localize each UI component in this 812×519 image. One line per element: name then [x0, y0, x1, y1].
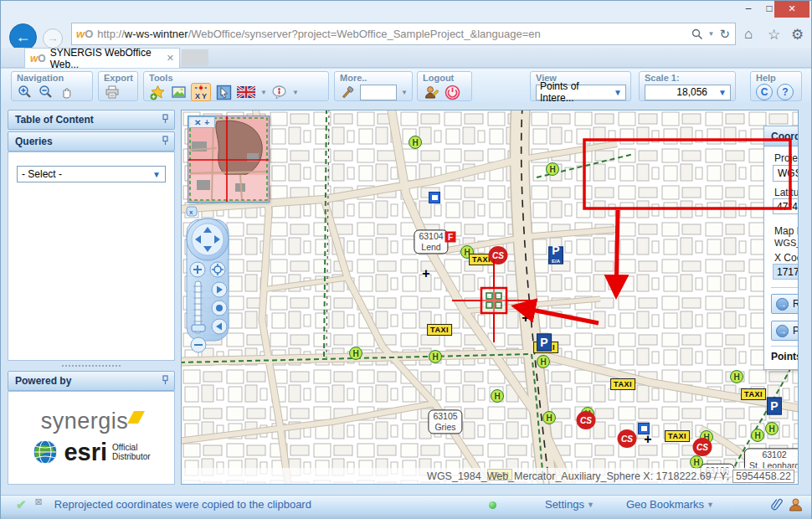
geo-bookmarks-menu[interactable]: Geo Bookmarks▼ — [626, 498, 714, 511]
help-button[interactable]: ? — [777, 84, 794, 100]
map-marker-cs: CS — [693, 438, 712, 456]
more-tools-select[interactable] — [360, 85, 397, 100]
pointsnap-section: Pointsnap » — [764, 346, 799, 367]
annotation-target-crosshair — [452, 259, 536, 342]
projection-select[interactable]: WGS 84 ▼ — [773, 165, 799, 182]
group-label-help: Help — [756, 73, 797, 84]
powered-by-title: Powered by — [15, 375, 71, 387]
map-marker-museum — [429, 192, 440, 203]
user-profile-icon[interactable] — [423, 84, 439, 100]
sidebar: Table of Content Queries - Select - ▼ Po… — [8, 110, 175, 485]
latitude-label: Latitude — [774, 187, 799, 198]
query-select[interactable]: - Select - ▼ — [17, 166, 166, 182]
more-dropdown-caret[interactable]: ▼ — [401, 89, 408, 96]
query-dropdown-icon[interactable]: ▼ — [149, 170, 161, 179]
map-marker-bus: H — [751, 429, 764, 442]
reproject-button[interactable]: → Reproject — [771, 294, 799, 314]
search-icon[interactable] — [691, 28, 703, 40]
map-marker-bus: H — [546, 162, 559, 176]
view-select[interactable]: Points of Intere... ▼ — [536, 85, 626, 100]
print-icon[interactable] — [104, 84, 121, 100]
favorites-star-icon[interactable]: ☆ — [768, 26, 780, 44]
overview-controls: ✕ + — [188, 116, 215, 128]
window-bottom-edge — [1, 513, 811, 519]
district-label: 63105Gries — [428, 409, 462, 434]
arrow-right-icon: → — [776, 325, 789, 337]
copy-map-image-icon[interactable] — [170, 84, 187, 100]
url-bar[interactable]: wO http://w-ws-wintner/WebOffice/synserv… — [71, 23, 736, 45]
forward-button[interactable]: → — [43, 28, 63, 49]
pan-to-button[interactable]: → Pan to — [771, 321, 799, 341]
browser-navbar: ← → wO http://w-ws-wintner/WebOffice/syn… — [1, 19, 811, 48]
map-marker-parking: P — [537, 334, 552, 352]
map-viewport[interactable]: HHHHHHHHHHHHHHTAXITAXITAXITAXITAXITAXITA… — [181, 110, 799, 485]
map-navigation-widget[interactable]: x — [185, 206, 234, 357]
map-marker-cross: + — [422, 266, 429, 281]
toolbar-group-logout: Logout — [417, 71, 472, 101]
attachment-paperclip-icon[interactable] — [771, 497, 784, 511]
overview-close-icon[interactable]: ✕ — [194, 118, 201, 127]
new-tab-button[interactable] — [182, 49, 208, 66]
view-dropdown-icon[interactable]: ▼ — [610, 88, 622, 97]
tab-close-icon[interactable]: ✕ — [167, 53, 174, 64]
map-projection-label: Map Projection: — [774, 225, 799, 237]
coordinate-search-panel: Coordinate Search – ✕ Projection WGS 84 … — [763, 126, 799, 370]
language-uk-flag-icon[interactable] — [236, 84, 256, 100]
language-dropdown-caret[interactable]: ▼ — [260, 89, 267, 96]
panel-header-powered-by[interactable]: Powered by — [8, 371, 175, 391]
map-marker-fire: F — [445, 232, 456, 243]
tab-synergis-weboffice[interactable]: wO SYNERGIS WebOffice Web... ✕ — [24, 48, 180, 68]
add-favorite-star-icon[interactable] — [149, 84, 166, 100]
app-statusbar: ✔ ⊠ Reprojected coordinates were copied … — [1, 495, 811, 513]
select-tool-icon[interactable] — [215, 84, 232, 100]
queries-title: Queries — [15, 136, 53, 147]
settings-gear-icon[interactable]: ⚙ — [791, 26, 804, 44]
dismiss-message-icon[interactable]: ⊠ — [35, 496, 43, 507]
settings-menu[interactable]: Settings▼ — [545, 498, 594, 511]
overview-move-icon[interactable]: + — [204, 118, 209, 127]
latitude-input[interactable] — [773, 198, 799, 214]
url-prefix: http:// — [97, 28, 125, 40]
map-marker-bus: H — [429, 350, 442, 363]
zoom-in-icon[interactable] — [17, 84, 33, 100]
x-coordinate-input[interactable] — [773, 264, 799, 280]
sidebar-splitter[interactable] — [8, 361, 175, 371]
reproject-label: Reproject — [793, 298, 799, 310]
info-balloon-icon[interactable] — [271, 84, 288, 100]
esri-globe-icon — [32, 439, 59, 465]
url-path: /WebOffice/synserver?project=WebOffice_S… — [188, 28, 541, 40]
success-check-icon: ✔ — [16, 497, 27, 512]
tools-hammer-icon[interactable] — [340, 84, 356, 100]
scale-dropdown-icon[interactable]: ▼ — [715, 88, 727, 97]
overview-map[interactable]: ✕ + — [188, 116, 270, 203]
coordinate-search-xy-icon[interactable]: XY — [191, 83, 211, 101]
info-dropdown-caret[interactable]: ▼ — [292, 89, 299, 96]
logout-power-icon[interactable] — [444, 84, 460, 100]
map-status-strip: WGS_1984_Web_Mercator_Auxiliary_Sphere X… — [182, 468, 798, 484]
arrow-right-icon: → — [776, 298, 789, 311]
user-icon[interactable] — [789, 497, 803, 511]
status-message: Reprojected coordinates were copied to t… — [54, 498, 311, 511]
pointsnap-label: Pointsnap — [771, 351, 799, 362]
coordinate-search-header[interactable]: Coordinate Search – ✕ — [764, 126, 799, 146]
panel-header-queries[interactable]: Queries — [8, 131, 175, 152]
map-marker-taxi: TAXI — [427, 324, 452, 336]
pan-hand-icon[interactable] — [59, 84, 75, 100]
zoom-out-icon[interactable] — [38, 84, 54, 100]
pin-icon[interactable] — [162, 136, 169, 148]
copyright-button[interactable]: C — [756, 84, 773, 100]
scale-input[interactable] — [649, 86, 707, 98]
refresh-icon[interactable]: ↻ — [719, 27, 730, 42]
toolbar-group-export: Export — [98, 71, 138, 101]
pin-icon[interactable] — [162, 375, 169, 388]
pin-icon[interactable] — [162, 114, 169, 126]
home-icon[interactable]: ⌂ — [744, 26, 753, 43]
app-toolbar: Navigation Export Tools XY ▼ — [1, 68, 811, 103]
search-dropdown-caret[interactable]: ▼ — [708, 30, 715, 38]
esri-subtitle: OfficialDistributor — [112, 443, 151, 461]
group-label-export: Export — [104, 73, 133, 84]
page-body: Table of Content Queries - Select - ▼ Po… — [1, 103, 811, 495]
panel-header-table-of-content[interactable]: Table of Content — [8, 110, 175, 130]
group-label-navigation: Navigation — [17, 73, 88, 84]
close-button[interactable]: ✕ — [774, 1, 809, 18]
